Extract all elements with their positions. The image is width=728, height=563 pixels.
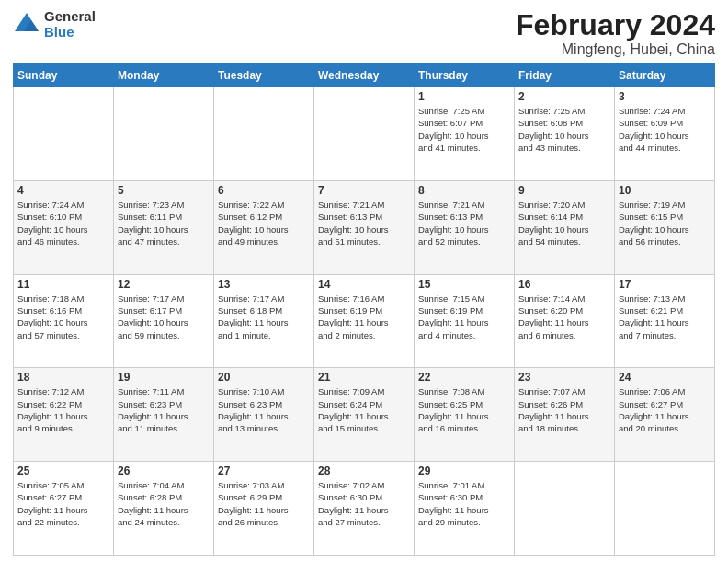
day-info: Sunrise: 7:15 AM Sunset: 6:19 PM Dayligh… [418, 293, 510, 341]
logo: General Blue [13, 9, 96, 40]
calendar-cell: 1Sunrise: 7:25 AM Sunset: 6:07 PM Daylig… [415, 87, 515, 181]
calendar-cell: 27Sunrise: 7:03 AM Sunset: 6:29 PM Dayli… [214, 462, 314, 556]
day-info: Sunrise: 7:03 AM Sunset: 6:29 PM Dayligh… [218, 479, 310, 528]
day-number: 2 [518, 90, 610, 103]
day-info: Sunrise: 7:17 AM Sunset: 6:17 PM Dayligh… [118, 293, 210, 341]
day-info: Sunrise: 7:12 AM Sunset: 6:22 PM Dayligh… [17, 385, 109, 434]
calendar-cell: 25Sunrise: 7:05 AM Sunset: 6:27 PM Dayli… [14, 462, 114, 556]
day-info: Sunrise: 7:21 AM Sunset: 6:13 PM Dayligh… [418, 199, 510, 247]
calendar-table: SundayMondayTuesdayWednesdayThursdayFrid… [13, 63, 715, 556]
day-number: 28 [318, 465, 410, 477]
day-info: Sunrise: 7:25 AM Sunset: 6:08 PM Dayligh… [518, 105, 610, 154]
day-info: Sunrise: 7:01 AM Sunset: 6:30 PM Dayligh… [418, 479, 510, 528]
calendar-cell: 22Sunrise: 7:08 AM Sunset: 6:25 PM Dayli… [415, 368, 515, 462]
day-number: 24 [619, 371, 711, 384]
calendar-cell: 16Sunrise: 7:14 AM Sunset: 6:20 PM Dayli… [515, 274, 615, 368]
day-info: Sunrise: 7:07 AM Sunset: 6:26 PM Dayligh… [518, 385, 610, 434]
calendar-cell: 28Sunrise: 7:02 AM Sunset: 6:30 PM Dayli… [314, 462, 415, 556]
calendar-cell: 29Sunrise: 7:01 AM Sunset: 6:30 PM Dayli… [415, 462, 515, 556]
calendar-cell: 10Sunrise: 7:19 AM Sunset: 6:15 PM Dayli… [615, 180, 715, 274]
day-number: 17 [619, 278, 711, 291]
day-info: Sunrise: 7:23 AM Sunset: 6:11 PM Dayligh… [118, 199, 210, 247]
calendar-cell: 11Sunrise: 7:18 AM Sunset: 6:16 PM Dayli… [14, 274, 114, 368]
day-number: 14 [318, 278, 410, 291]
day-info: Sunrise: 7:06 AM Sunset: 6:27 PM Dayligh… [619, 385, 711, 434]
calendar-cell [14, 87, 114, 181]
day-number: 22 [418, 371, 510, 384]
day-info: Sunrise: 7:13 AM Sunset: 6:21 PM Dayligh… [619, 293, 711, 341]
logo-blue: Blue [44, 25, 96, 40]
calendar-cell: 26Sunrise: 7:04 AM Sunset: 6:28 PM Dayli… [114, 462, 214, 556]
calendar-body: 1Sunrise: 7:25 AM Sunset: 6:07 PM Daylig… [14, 87, 715, 556]
calendar-cell: 4Sunrise: 7:24 AM Sunset: 6:10 PM Daylig… [14, 180, 114, 274]
weekday-header-tuesday: Tuesday [214, 64, 314, 87]
day-number: 8 [418, 184, 510, 197]
weekday-header-wednesday: Wednesday [314, 64, 415, 87]
day-info: Sunrise: 7:10 AM Sunset: 6:23 PM Dayligh… [218, 385, 310, 434]
calendar-cell: 24Sunrise: 7:06 AM Sunset: 6:27 PM Dayli… [615, 368, 715, 462]
weekday-header-saturday: Saturday [615, 64, 715, 87]
calendar-cell: 3Sunrise: 7:24 AM Sunset: 6:09 PM Daylig… [615, 87, 715, 181]
day-info: Sunrise: 7:16 AM Sunset: 6:19 PM Dayligh… [318, 293, 410, 341]
calendar-cell: 9Sunrise: 7:20 AM Sunset: 6:14 PM Daylig… [515, 180, 615, 274]
weekday-header-monday: Monday [114, 64, 214, 87]
calendar-cell: 8Sunrise: 7:21 AM Sunset: 6:13 PM Daylig… [415, 180, 515, 274]
page: General Blue February 2024 Mingfeng, Hub… [0, 0, 728, 563]
day-number: 15 [418, 278, 510, 291]
day-number: 4 [17, 184, 109, 197]
calendar-cell: 2Sunrise: 7:25 AM Sunset: 6:08 PM Daylig… [515, 87, 615, 181]
calendar-cell: 6Sunrise: 7:22 AM Sunset: 6:12 PM Daylig… [214, 180, 314, 274]
calendar-week-2: 11Sunrise: 7:18 AM Sunset: 6:16 PM Dayli… [14, 274, 715, 368]
day-number: 9 [518, 184, 610, 197]
calendar-week-1: 4Sunrise: 7:24 AM Sunset: 6:10 PM Daylig… [14, 180, 715, 274]
day-number: 27 [218, 465, 310, 477]
day-info: Sunrise: 7:04 AM Sunset: 6:28 PM Dayligh… [118, 479, 210, 528]
calendar-cell: 18Sunrise: 7:12 AM Sunset: 6:22 PM Dayli… [14, 368, 114, 462]
day-info: Sunrise: 7:14 AM Sunset: 6:20 PM Dayligh… [518, 293, 610, 341]
day-info: Sunrise: 7:24 AM Sunset: 6:09 PM Dayligh… [619, 105, 711, 154]
calendar-cell: 5Sunrise: 7:23 AM Sunset: 6:11 PM Daylig… [114, 180, 214, 274]
title-block: February 2024 Mingfeng, Hubei, China [516, 9, 715, 58]
calendar-cell: 19Sunrise: 7:11 AM Sunset: 6:23 PM Dayli… [114, 368, 214, 462]
logo-general: General [44, 9, 96, 25]
day-number: 26 [118, 465, 210, 477]
calendar-week-4: 25Sunrise: 7:05 AM Sunset: 6:27 PM Dayli… [14, 462, 715, 556]
day-number: 11 [17, 278, 109, 291]
day-number: 29 [418, 465, 510, 477]
calendar-week-0: 1Sunrise: 7:25 AM Sunset: 6:07 PM Daylig… [14, 87, 715, 181]
header: General Blue February 2024 Mingfeng, Hub… [13, 9, 715, 58]
day-number: 23 [518, 371, 610, 384]
weekday-header-friday: Friday [515, 64, 615, 87]
day-number: 7 [318, 184, 410, 197]
calendar-cell [114, 87, 214, 181]
calendar-cell: 17Sunrise: 7:13 AM Sunset: 6:21 PM Dayli… [615, 274, 715, 368]
day-info: Sunrise: 7:21 AM Sunset: 6:13 PM Dayligh… [318, 199, 410, 247]
day-number: 19 [118, 371, 210, 384]
day-number: 16 [518, 278, 610, 291]
day-info: Sunrise: 7:18 AM Sunset: 6:16 PM Dayligh… [17, 293, 109, 341]
calendar-cell: 15Sunrise: 7:15 AM Sunset: 6:19 PM Dayli… [415, 274, 515, 368]
day-info: Sunrise: 7:22 AM Sunset: 6:12 PM Dayligh… [218, 199, 310, 247]
calendar-cell: 12Sunrise: 7:17 AM Sunset: 6:17 PM Dayli… [114, 274, 214, 368]
calendar-header-row: SundayMondayTuesdayWednesdayThursdayFrid… [14, 64, 715, 87]
calendar-cell: 20Sunrise: 7:10 AM Sunset: 6:23 PM Dayli… [214, 368, 314, 462]
day-info: Sunrise: 7:20 AM Sunset: 6:14 PM Dayligh… [518, 199, 610, 247]
day-info: Sunrise: 7:09 AM Sunset: 6:24 PM Dayligh… [318, 385, 410, 434]
calendar-cell [515, 462, 615, 556]
calendar-cell: 23Sunrise: 7:07 AM Sunset: 6:26 PM Dayli… [515, 368, 615, 462]
day-number: 1 [418, 90, 510, 103]
day-info: Sunrise: 7:25 AM Sunset: 6:07 PM Dayligh… [418, 105, 510, 154]
day-number: 5 [118, 184, 210, 197]
day-info: Sunrise: 7:05 AM Sunset: 6:27 PM Dayligh… [17, 479, 109, 528]
logo-text: General Blue [44, 9, 96, 40]
day-info: Sunrise: 7:17 AM Sunset: 6:18 PM Dayligh… [218, 293, 310, 341]
weekday-header-sunday: Sunday [14, 64, 114, 87]
sub-title: Mingfeng, Hubei, China [516, 41, 715, 58]
day-number: 12 [118, 278, 210, 291]
calendar-cell: 14Sunrise: 7:16 AM Sunset: 6:19 PM Dayli… [314, 274, 415, 368]
day-number: 13 [218, 278, 310, 291]
calendar-cell: 13Sunrise: 7:17 AM Sunset: 6:18 PM Dayli… [214, 274, 314, 368]
day-number: 21 [318, 371, 410, 384]
day-number: 6 [218, 184, 310, 197]
day-number: 25 [17, 465, 109, 477]
